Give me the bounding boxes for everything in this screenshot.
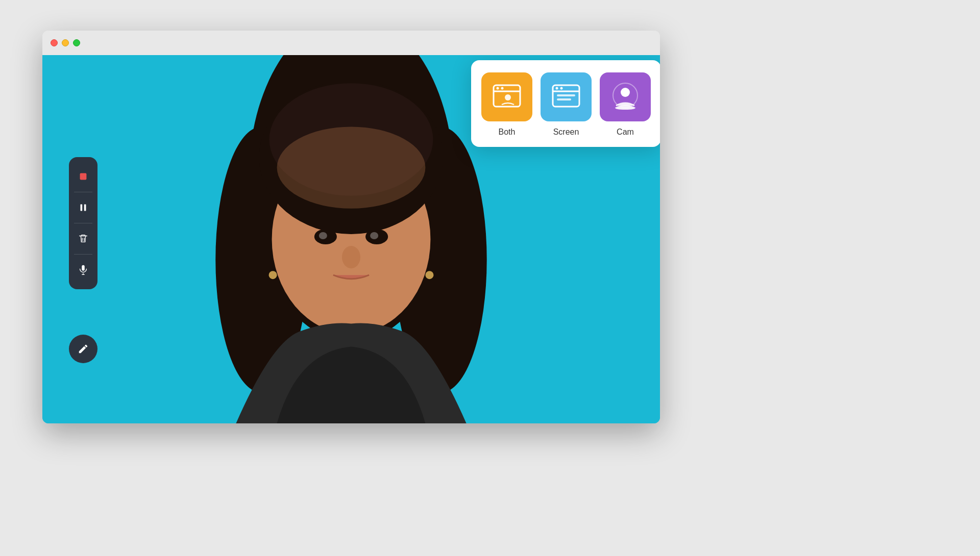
svg-rect-34: [557, 98, 571, 100]
cam-icon: [610, 82, 641, 112]
mode-both-item[interactable]: Both: [481, 72, 532, 137]
mode-cam-item[interactable]: Cam: [600, 72, 651, 137]
svg-point-36: [621, 88, 630, 97]
maximize-button[interactable]: [73, 39, 80, 46]
svg-point-12: [370, 232, 378, 239]
svg-rect-33: [557, 94, 575, 96]
svg-rect-21: [82, 265, 85, 271]
close-button[interactable]: [51, 39, 58, 46]
screen-icon: [551, 82, 581, 112]
separator-3: [74, 254, 92, 255]
svg-point-15: [425, 271, 433, 279]
stop-button[interactable]: [69, 162, 97, 191]
svg-point-27: [501, 87, 504, 90]
svg-point-26: [497, 87, 499, 90]
separator-2: [74, 223, 92, 223]
svg-point-31: [556, 87, 558, 90]
video-feed: Both: [42, 55, 660, 423]
svg-point-13: [342, 246, 360, 268]
browser-window: Both: [42, 31, 660, 423]
trash-icon: [78, 233, 89, 244]
svg-rect-18: [84, 205, 86, 211]
minimize-button[interactable]: [62, 39, 69, 46]
svg-rect-17: [81, 205, 83, 211]
annotate-button[interactable]: [69, 335, 97, 363]
separator-1: [74, 192, 92, 192]
svg-point-8: [277, 127, 426, 208]
recording-mode-popup: Both: [471, 60, 660, 147]
cam-label: Cam: [617, 128, 634, 137]
browser-content: Both: [42, 55, 660, 423]
mic-button[interactable]: [69, 256, 97, 284]
mode-screen-item[interactable]: Screen: [541, 72, 592, 137]
svg-point-32: [560, 87, 563, 90]
svg-rect-16: [80, 173, 87, 180]
stop-icon: [78, 171, 89, 182]
brush-icon: [78, 343, 89, 355]
browser-titlebar: [42, 31, 660, 55]
mic-icon: [78, 264, 89, 275]
both-label: Both: [499, 128, 516, 137]
svg-point-11: [319, 232, 327, 239]
svg-point-28: [505, 94, 511, 100]
screen-icon-bg: [541, 72, 592, 121]
cam-icon-bg: [600, 72, 651, 121]
pause-button[interactable]: [69, 193, 97, 222]
delete-button[interactable]: [69, 224, 97, 253]
both-icon-bg: [481, 72, 532, 121]
recording-toolbar: [69, 157, 97, 289]
pause-icon: [78, 202, 89, 213]
svg-point-14: [269, 271, 277, 279]
screen-label: Screen: [553, 128, 579, 137]
both-icon: [492, 82, 522, 112]
